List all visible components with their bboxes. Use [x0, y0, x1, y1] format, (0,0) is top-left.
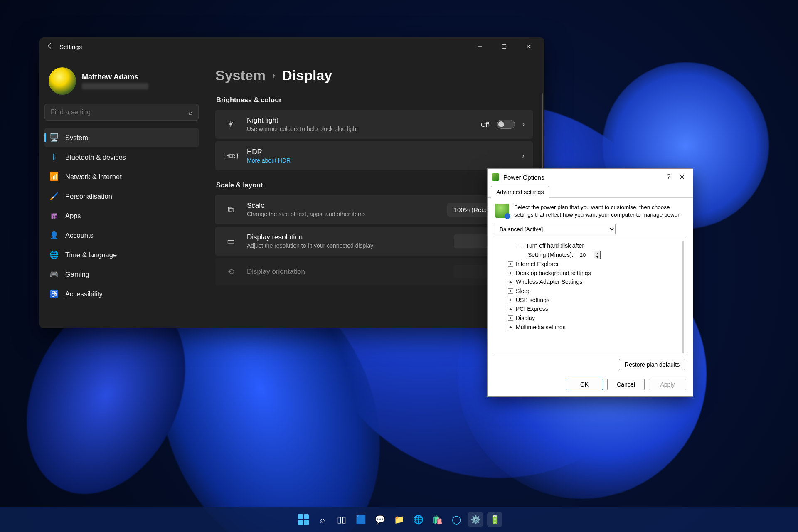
back-button[interactable] — [44, 42, 56, 51]
scale-sub: Change the size of text, apps, and other… — [247, 211, 447, 217]
tree-item-sleep[interactable]: +Sleep — [498, 287, 682, 296]
night-light-toggle[interactable] — [497, 120, 515, 129]
card-hdr[interactable]: HDR HDR More about HDR › — [215, 141, 533, 170]
start-button[interactable] — [296, 512, 311, 527]
tree-item-pci-express[interactable]: +PCI Express — [498, 305, 682, 314]
file-explorer[interactable]: 📁 — [392, 512, 406, 527]
profile-email-redacted — [82, 83, 148, 89]
tree-item-usb-settings[interactable]: +USB settings — [498, 296, 682, 305]
search-input[interactable] — [51, 108, 189, 116]
taskbar-power-options[interactable]: 🔋 — [487, 512, 502, 527]
nav-icon: 🌐 — [49, 250, 59, 259]
nav-icon: 👤 — [49, 231, 59, 240]
nav-label: Time & language — [65, 251, 117, 259]
tree-item-desktop-background-settings[interactable]: +Desktop background settings — [498, 269, 682, 278]
taskbar-search[interactable]: ⌕ — [315, 512, 330, 527]
sun-icon: ☀ — [224, 119, 238, 129]
minutes-input[interactable] — [578, 252, 594, 258]
tree-item-multimedia-settings[interactable]: +Multimedia settings — [498, 323, 682, 332]
resolution-sub: Adjust the resolution to fit your connec… — [247, 242, 454, 249]
scale-icon: ⧉ — [224, 205, 238, 214]
ok-button[interactable]: OK — [566, 379, 603, 390]
nav-item-system[interactable]: 🖥️System — [44, 128, 199, 147]
chat[interactable]: 💬 — [372, 512, 387, 527]
restore-defaults-button[interactable]: Restore plan defaults — [619, 359, 685, 370]
chevron-right-icon: › — [272, 70, 275, 81]
hdr-link[interactable]: More about HDR — [247, 157, 522, 164]
breadcrumb-parent[interactable]: System — [215, 67, 266, 84]
power-settings-tree[interactable]: − Turn off hard disk after Setting (Minu… — [495, 239, 685, 355]
nav-label: Network & internet — [65, 173, 122, 181]
search-box[interactable]: ⌕ — [44, 104, 199, 121]
settings-sidebar: Matthew Adams ⌕ 🖥️SystemᛒBluetooth & dev… — [39, 56, 204, 328]
night-light-title: Night light — [247, 116, 481, 125]
hdr-title: HDR — [247, 148, 522, 156]
expand-icon[interactable]: + — [508, 315, 513, 321]
minimize-button[interactable] — [468, 37, 492, 56]
expand-icon[interactable]: + — [508, 325, 513, 330]
nav-icon: 📶 — [49, 172, 59, 181]
tree-item-wireless-adapter-settings[interactable]: +Wireless Adapter Settings — [498, 278, 682, 287]
nav-icon: ᛒ — [49, 153, 59, 162]
breadcrumb: System › Display — [215, 60, 533, 94]
card-resolution[interactable]: ▭ Display resolution Adjust the resoluti… — [215, 227, 533, 256]
expand-icon[interactable]: + — [508, 307, 513, 312]
expand-icon[interactable]: + — [508, 288, 513, 294]
nav-item-gaming[interactable]: 🎮Gaming — [44, 265, 199, 284]
profile-name: Matthew Adams — [82, 73, 148, 81]
cancel-button[interactable]: Cancel — [607, 379, 645, 390]
tree-label: Display — [516, 314, 535, 323]
night-light-sub: Use warmer colours to help block blue li… — [247, 126, 481, 132]
settings-titlebar: Settings — [39, 37, 544, 56]
tab-advanced-settings[interactable]: Advanced settings — [491, 186, 549, 198]
card-scale[interactable]: ⧉ Scale Change the size of text, apps, a… — [215, 195, 533, 224]
tree-item-display[interactable]: +Display — [498, 314, 682, 323]
tree-label: USB settings — [516, 296, 549, 305]
close-button[interactable]: ✕ — [675, 173, 689, 182]
chevron-right-icon: › — [522, 152, 525, 160]
expand-icon[interactable]: + — [508, 298, 513, 303]
nav-item-apps[interactable]: ▦Apps — [44, 206, 199, 225]
nav-item-time-language[interactable]: 🌐Time & language — [44, 245, 199, 264]
minutes-spinner[interactable]: ▴▾ — [578, 251, 601, 259]
nav-item-bluetooth-devices[interactable]: ᛒBluetooth & devices — [44, 148, 199, 167]
nav-label: Accessibility — [65, 290, 103, 298]
hdr-icon: HDR — [224, 153, 238, 159]
spin-up[interactable]: ▴ — [594, 251, 600, 255]
taskbar-settings[interactable]: ⚙️ — [468, 512, 483, 527]
scrollbar[interactable] — [682, 241, 684, 353]
apply-button: Apply — [649, 379, 686, 390]
nav-item-accounts[interactable]: 👤Accounts — [44, 226, 199, 245]
microsoft-store[interactable]: 🛍️ — [430, 512, 445, 527]
taskbar: ⌕ ▯▯ 🟦 💬 📁 🌐 🛍️ ◯ ⚙️ 🔋 — [0, 507, 798, 532]
resolution-icon: ▭ — [224, 236, 238, 246]
power-options-dialog: Power Options ? ✕ Advanced settings Sele… — [487, 168, 693, 397]
nav-item-personalisation[interactable]: 🖌️Personalisation — [44, 187, 199, 206]
expand-icon[interactable]: + — [508, 271, 513, 276]
tree-item-internet-explorer[interactable]: +Internet Explorer — [498, 260, 682, 269]
nav-item-accessibility[interactable]: ♿Accessibility — [44, 284, 199, 303]
task-view[interactable]: ▯▯ — [334, 512, 349, 527]
cortana[interactable]: ◯ — [449, 512, 464, 527]
nav-item-network-internet[interactable]: 📶Network & internet — [44, 167, 199, 186]
maximize-button[interactable] — [492, 37, 516, 56]
widgets[interactable]: 🟦 — [353, 512, 368, 527]
power-plan-select[interactable]: Balanced [Active] — [495, 224, 616, 234]
nav-label: Apps — [65, 212, 81, 220]
avatar — [49, 67, 76, 95]
expand-icon[interactable]: + — [508, 261, 513, 267]
edge[interactable]: 🌐 — [411, 512, 426, 527]
night-light-state: Off — [481, 121, 489, 128]
card-night-light[interactable]: ☀ Night light Use warmer colours to help… — [215, 110, 533, 139]
close-button[interactable] — [516, 37, 540, 56]
profile-block[interactable]: Matthew Adams — [44, 60, 199, 104]
collapse-icon[interactable]: − — [518, 244, 523, 249]
breadcrumb-current: Display — [282, 67, 332, 84]
expand-icon[interactable]: + — [508, 280, 513, 285]
tree-hard-disk-setting[interactable]: Setting (Minutes): ▴▾ — [498, 251, 682, 260]
power-titlebar: Power Options ? ✕ — [488, 169, 693, 185]
help-button[interactable]: ? — [662, 173, 675, 181]
tree-hard-disk[interactable]: − Turn off hard disk after — [498, 241, 682, 251]
spin-down[interactable]: ▾ — [594, 255, 600, 259]
resolution-title: Display resolution — [247, 233, 454, 241]
